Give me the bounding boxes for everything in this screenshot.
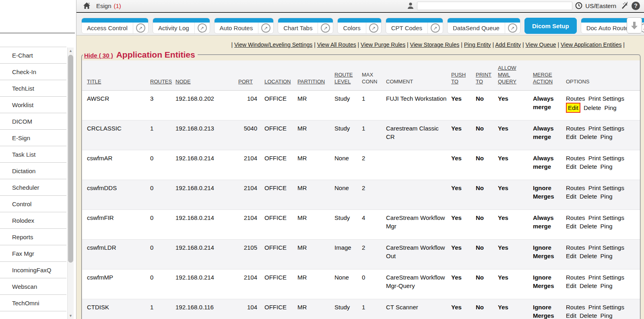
column-header-partition[interactable]: PARTITION (297, 60, 334, 91)
link-add-entity[interactable]: Add Entity (495, 41, 521, 48)
column-header-print_to[interactable]: PRINTTO (476, 60, 498, 91)
link-view-storage-rules[interactable]: View Storage Rules (410, 41, 460, 48)
sidebar-item-scheduler[interactable]: Scheduler (0, 179, 66, 196)
tab-auto-routes[interactable]: Auto Routes↗ (214, 18, 274, 34)
sidebar-item-rolodex[interactable]: Rolodex (0, 212, 66, 229)
option-ping-link[interactable]: Ping (601, 311, 613, 319)
option-print-settings-link[interactable]: Print Settings (588, 124, 624, 133)
tab-open-arrow[interactable]: ↗ (427, 23, 443, 33)
sidebar-scrollbar[interactable]: ▲ ▼ (67, 48, 74, 319)
option-ping-link[interactable]: Ping (601, 222, 613, 230)
option-routes-link[interactable]: Routes (566, 124, 585, 133)
sidebar-scrollbar-thumb[interactable] (68, 55, 73, 263)
sidebar-item-techlist[interactable]: TechList (0, 80, 66, 97)
home-icon[interactable] (83, 2, 91, 9)
column-header-allow_mwl_query[interactable]: ALLOWMWLQUERY (498, 60, 533, 91)
help-icon[interactable]: ? (632, 2, 640, 10)
option-edit-link[interactable]: Edit (566, 222, 576, 230)
option-routes-link[interactable]: Routes (566, 243, 585, 252)
sidebar-item-fax-mgr[interactable]: Fax Mgr (0, 245, 66, 262)
tab-open-arrow[interactable]: ↗ (505, 23, 520, 33)
option-delete-link[interactable]: Delete (580, 162, 597, 171)
tab-datasend-queue[interactable]: DataSend Queue↗ (447, 18, 520, 34)
sidebar-item-worklist[interactable]: Worklist (0, 97, 66, 113)
search-input[interactable] (417, 2, 572, 10)
option-print-settings-link[interactable]: Print Settings (588, 303, 624, 311)
column-header-routes[interactable]: ROUTES (150, 60, 175, 91)
link-view-window-leveling-settings[interactable]: View Window/Leveling Settings (234, 41, 312, 48)
link-view-application-entities[interactable]: View Application Entities (561, 41, 622, 48)
tab-chart-tabs[interactable]: Chart Tabs↗ (278, 18, 333, 34)
option-edit-link[interactable]: Edit (566, 133, 576, 141)
magic-wand-icon[interactable] (619, 1, 629, 10)
option-delete-link[interactable]: Delete (580, 133, 597, 141)
tab-colors[interactable]: Colors↗ (337, 18, 381, 34)
option-edit-link[interactable]: Edit (566, 192, 576, 201)
sidebar-item-webscan[interactable]: Webscan (0, 278, 66, 295)
tab-cpt-codes[interactable]: CPT Codes↗ (386, 18, 443, 34)
tab-open-arrow[interactable]: ↗ (133, 23, 148, 33)
sidebar-item-dicom[interactable]: DICOM (0, 113, 66, 130)
sidebar-item-reports[interactable]: Reports (0, 229, 66, 245)
sidebar-item-dictation[interactable]: Dictation (0, 163, 66, 179)
tab-scroll-down-button[interactable] (627, 17, 642, 33)
option-ping-link[interactable]: Ping (601, 162, 613, 171)
link-view-purge-rules[interactable]: View Purge Rules (361, 41, 405, 48)
column-header-push_to[interactable]: PUSHTO (451, 60, 476, 91)
sidebar-item-check-in[interactable]: Check-In (0, 64, 66, 80)
link-view-all-routes[interactable]: View All Routes (317, 41, 356, 48)
column-header-port[interactable]: PORT (238, 60, 264, 91)
sidebar-item-e-chart[interactable]: E-Chart (0, 47, 66, 64)
option-delete-link[interactable]: Delete (580, 192, 597, 201)
option-edit-link[interactable]: Edit (566, 252, 576, 260)
option-delete-link[interactable]: Delete (580, 222, 597, 230)
tab-dicom-setup[interactable]: Dicom Setup (524, 18, 577, 34)
option-ping-link[interactable]: Ping (601, 252, 613, 260)
link-view-queue[interactable]: View Queue (526, 41, 556, 48)
option-print-settings-link[interactable]: Print Settings (588, 94, 624, 103)
esign-tab-crumb[interactable]: Esign (1) (96, 2, 121, 9)
sidebar-item-task-list[interactable]: Task List (0, 146, 66, 163)
tab-activity-log[interactable]: Activity Log↗ (153, 18, 210, 34)
option-ping-link[interactable]: Ping (601, 192, 613, 201)
option-routes-link[interactable]: Routes (566, 273, 585, 282)
option-ping-link[interactable]: Ping (601, 133, 613, 141)
sidebar-item-e-sign[interactable]: E-Sign (0, 130, 66, 146)
tab-open-arrow[interactable]: ↗ (194, 23, 210, 33)
column-header-node[interactable]: NODE (175, 60, 238, 91)
option-print-settings-link[interactable]: Print Settings (588, 213, 624, 222)
tab-open-arrow[interactable]: ↗ (318, 23, 333, 33)
tab-access-control[interactable]: Access Control↗ (81, 18, 149, 34)
tab-open-arrow[interactable]: ↗ (366, 23, 381, 33)
option-delete-link[interactable]: Delete (584, 104, 601, 112)
option-print-settings-link[interactable]: Print Settings (588, 184, 624, 192)
option-routes-link[interactable]: Routes (566, 154, 585, 162)
option-edit-link[interactable]: Edit (566, 311, 576, 319)
sidebar-item-incomingfaxq[interactable]: IncomingFaxQ (0, 262, 66, 278)
option-print-settings-link[interactable]: Print Settings (588, 243, 624, 252)
option-delete-link[interactable]: Delete (580, 252, 597, 260)
sidebar-item-control[interactable]: Control (0, 196, 66, 212)
column-header-merge_action[interactable]: MERGEACTION (533, 60, 566, 91)
option-ping-link[interactable]: Ping (605, 104, 617, 112)
option-print-settings-link[interactable]: Print Settings (588, 273, 624, 282)
scroll-up-icon[interactable]: ▲ (68, 48, 74, 54)
option-edit-link[interactable]: Edit (566, 103, 580, 113)
column-header-route_level[interactable]: ROUTELEVEL (334, 60, 362, 91)
option-routes-link[interactable]: Routes (566, 213, 585, 222)
column-header-title[interactable]: TITLE (82, 60, 150, 91)
option-print-settings-link[interactable]: Print Settings (588, 154, 624, 162)
option-delete-link[interactable]: Delete (580, 282, 597, 290)
option-edit-link[interactable]: Edit (566, 162, 576, 171)
option-routes-link[interactable]: Routes (566, 184, 585, 192)
hide-link[interactable]: Hide ( 30 ) (84, 52, 113, 59)
sidebar-item-techomni[interactable]: TechOmni (0, 295, 66, 311)
scroll-down-icon[interactable]: ▼ (68, 313, 74, 319)
option-routes-link[interactable]: Routes (566, 94, 585, 103)
link-ping-entity[interactable]: Ping Entity (464, 41, 491, 48)
column-header-location[interactable]: LOCATION (264, 60, 297, 91)
tab-open-arrow[interactable]: ↗ (258, 23, 273, 33)
option-routes-link[interactable]: Routes (566, 303, 585, 311)
option-edit-link[interactable]: Edit (566, 282, 576, 290)
option-ping-link[interactable]: Ping (601, 282, 613, 290)
